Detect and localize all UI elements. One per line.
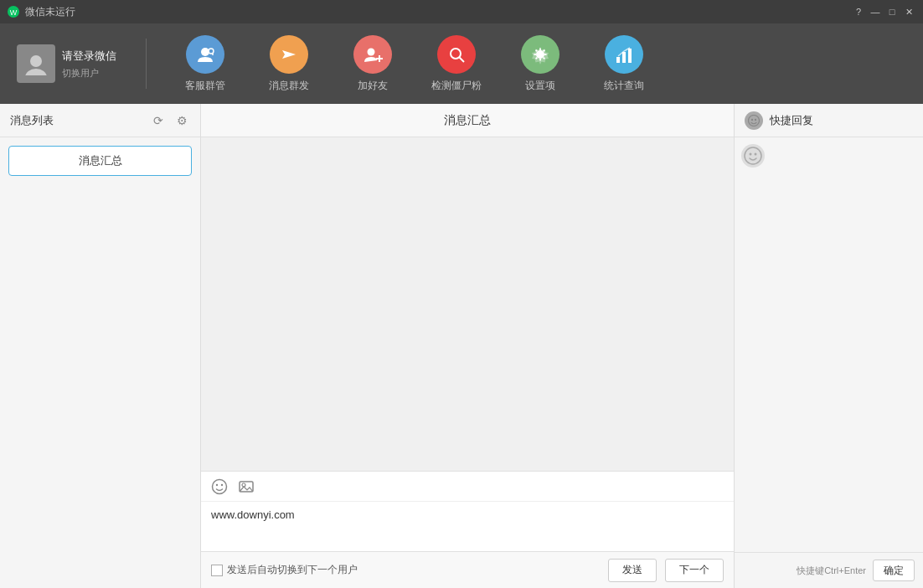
toolbar-item-kefu[interactable]: 客服群管 xyxy=(176,35,235,93)
svg-point-25 xyxy=(755,118,756,120)
auto-switch-label: 发送后自动切换到下一个用户 xyxy=(227,563,358,577)
center-header: 消息汇总 xyxy=(201,104,734,137)
center-title: 消息汇总 xyxy=(444,113,491,128)
sidebar-icons: ⟳ ⚙ xyxy=(150,112,190,129)
shortcut-hint: 快捷键Ctrl+Enter xyxy=(797,565,866,577)
window-controls: ? — □ ✕ xyxy=(851,4,916,19)
toolbar-item-settings[interactable]: 设置项 xyxy=(511,35,570,93)
right-content xyxy=(735,137,923,552)
emoji-face-button[interactable] xyxy=(741,144,765,168)
app-icon: W xyxy=(7,5,20,18)
quick-reply-icon xyxy=(745,111,763,130)
kefu-label: 客服群管 xyxy=(185,79,225,93)
input-toolbar xyxy=(201,471,734,501)
toolbar-item-detect[interactable]: 检测僵尸粉 xyxy=(427,35,486,93)
app-title: 微信未运行 xyxy=(25,5,75,19)
settings-label: 设置项 xyxy=(525,79,555,93)
svg-point-2 xyxy=(30,55,42,67)
bottom-bar: 发送后自动切换到下一个用户 发送 下一个 xyxy=(201,551,734,588)
mass-icon xyxy=(270,35,308,74)
addfriend-icon xyxy=(353,35,392,74)
avatar xyxy=(17,44,55,83)
minimize-button[interactable]: — xyxy=(868,4,883,19)
right-header: 快捷回复 xyxy=(735,104,923,137)
svg-rect-17 xyxy=(628,49,632,63)
svg-point-23 xyxy=(749,115,760,126)
toolbar-item-mass[interactable]: 消息群发 xyxy=(260,35,318,93)
close-button[interactable]: ✕ xyxy=(901,4,916,19)
toolbar-item-addfriend[interactable]: 加好友 xyxy=(343,35,402,93)
svg-point-3 xyxy=(25,69,47,75)
help-button[interactable]: ? xyxy=(851,4,866,19)
svg-point-19 xyxy=(216,483,218,485)
switch-user[interactable]: 切换用户 xyxy=(62,67,116,80)
svg-point-24 xyxy=(751,118,753,120)
toolbar-divider xyxy=(146,39,147,89)
confirm-button[interactable]: 确定 xyxy=(873,560,915,581)
svg-rect-15 xyxy=(616,57,620,63)
sidebar-refresh-button[interactable]: ⟳ xyxy=(150,112,167,129)
right-footer: 快捷键Ctrl+Enter 确定 xyxy=(735,552,923,588)
image-button[interactable] xyxy=(236,477,256,497)
mass-label: 消息群发 xyxy=(269,79,309,93)
right-title: 快捷回复 xyxy=(770,113,813,128)
detect-label: 检测僵尸粉 xyxy=(431,79,482,93)
right-panel: 快捷回复 快捷键Ctrl+Enter 确定 xyxy=(735,104,923,588)
user-texts: 请登录微信 切换用户 xyxy=(62,49,116,80)
svg-rect-16 xyxy=(622,52,626,63)
maximize-button[interactable]: □ xyxy=(884,4,900,19)
svg-point-26 xyxy=(745,147,761,164)
stats-icon xyxy=(605,35,643,74)
sidebar-item-message-summary[interactable]: 消息汇总 xyxy=(8,146,192,176)
detect-icon xyxy=(437,35,476,74)
sidebar-title: 消息列表 xyxy=(10,113,150,128)
message-area xyxy=(201,137,734,471)
svg-point-11 xyxy=(451,49,461,59)
text-input-area[interactable]: www.downyi.com xyxy=(201,501,734,551)
toolbar-item-stats[interactable]: 统计查询 xyxy=(595,35,653,93)
auto-switch-checkbox[interactable]: 发送后自动切换到下一个用户 xyxy=(211,563,358,577)
svg-point-8 xyxy=(368,48,375,55)
kefu-icon xyxy=(186,35,224,74)
svg-point-28 xyxy=(755,153,757,156)
send-button[interactable]: 发送 xyxy=(608,559,657,582)
next-button[interactable]: 下一个 xyxy=(665,559,724,582)
svg-text:W: W xyxy=(10,8,18,17)
titlebar: W 微信未运行 ? — □ ✕ xyxy=(0,0,923,23)
user-info: 请登录微信 切换用户 xyxy=(17,44,116,83)
sidebar-item-label: 消息汇总 xyxy=(79,154,122,167)
emoji-button[interactable] xyxy=(209,477,229,497)
username: 请登录微信 xyxy=(62,49,116,64)
sidebar: 消息列表 ⟳ ⚙ 消息汇总 xyxy=(0,104,201,588)
sidebar-settings-button[interactable]: ⚙ xyxy=(173,112,190,129)
input-text: www.downyi.com xyxy=(211,508,295,521)
checkbox-indicator xyxy=(211,565,223,576)
sidebar-list: 消息汇总 xyxy=(0,137,200,184)
stats-label: 统计查询 xyxy=(604,79,644,93)
center-panel: 消息汇总 www.down xyxy=(201,104,735,588)
sidebar-header: 消息列表 ⟳ ⚙ xyxy=(0,104,200,137)
toolbar: 请登录微信 切换用户 客服群管 消息群发 xyxy=(0,23,923,104)
addfriend-label: 加好友 xyxy=(358,79,388,93)
main-area: 消息列表 ⟳ ⚙ 消息汇总 消息汇总 xyxy=(0,104,923,588)
svg-line-12 xyxy=(460,57,465,62)
settings-icon xyxy=(521,35,559,74)
svg-rect-21 xyxy=(240,482,253,492)
svg-point-18 xyxy=(213,479,227,493)
svg-point-27 xyxy=(750,153,752,156)
svg-point-20 xyxy=(221,483,223,485)
